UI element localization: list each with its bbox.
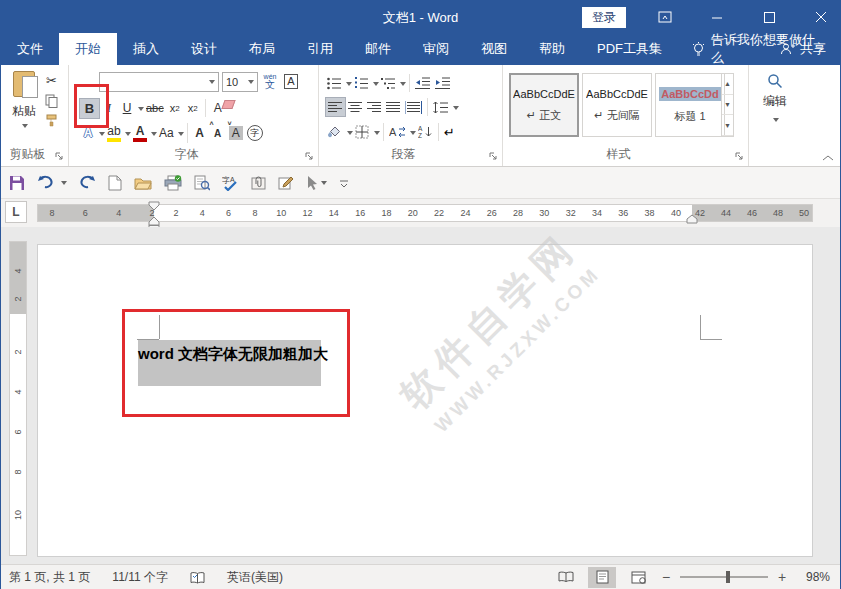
show-marks-button[interactable]: ↵ (442, 122, 457, 142)
find-button[interactable] (767, 73, 783, 89)
print-preview-button[interactable] (194, 175, 210, 191)
character-border-button[interactable]: A (282, 71, 300, 92)
save-button[interactable] (9, 175, 25, 191)
zoom-slider[interactable] (680, 576, 768, 578)
decrease-indent-button[interactable] (413, 73, 433, 93)
cut-button[interactable]: ✂ (45, 73, 58, 88)
dropdown-arrow-icon[interactable] (178, 132, 184, 139)
increase-indent-button[interactable] (433, 73, 453, 93)
ribbon-tab[interactable]: 审阅 (407, 33, 465, 65)
page-indicator[interactable]: 第 1 页, 共 1 页 (9, 569, 90, 586)
open-button[interactable] (134, 176, 152, 190)
customize-qat-button[interactable] (339, 178, 349, 188)
ribbon-tab[interactable]: 文件 (1, 33, 59, 65)
print-layout-button[interactable] (588, 567, 616, 588)
dropdown-arrow-icon[interactable] (400, 82, 406, 89)
read-mode-button[interactable] (552, 567, 580, 588)
align-left-button[interactable] (325, 97, 346, 117)
sort-button[interactable]: AZ (416, 122, 435, 142)
change-case-button[interactable]: Aa (157, 123, 176, 144)
line-spacing-button[interactable] (431, 97, 451, 117)
ribbon-display-options-button[interactable] (652, 7, 678, 27)
ribbon-tab[interactable]: 引用 (291, 33, 349, 65)
numbering-button[interactable] (352, 73, 371, 93)
tab-selector[interactable]: L (5, 201, 27, 223)
style-card[interactable]: AaBbCcDdE ↵ 正文 (509, 73, 579, 137)
paste-button[interactable]: 粘贴 (7, 71, 41, 143)
close-button[interactable] (808, 7, 834, 27)
superscript-button[interactable]: x2 (184, 98, 202, 119)
vertical-ruler[interactable]: 4 2 2 4 6 8 10 (9, 241, 27, 556)
copy-button[interactable] (45, 94, 58, 108)
minimize-button[interactable] (704, 7, 730, 27)
zoom-in-button[interactable]: + (776, 569, 788, 585)
cjk-layout-button[interactable]: A (387, 122, 408, 142)
underline-button[interactable]: U (118, 98, 136, 119)
strikethrough-button[interactable]: abc (144, 98, 166, 119)
zoom-slider-thumb[interactable] (726, 571, 730, 583)
ribbon-tab[interactable]: 插入 (117, 33, 175, 65)
share-button[interactable]: 共享 (780, 33, 826, 65)
styles-dialog-launcher[interactable] (735, 152, 745, 162)
multilevel-list-button[interactable] (379, 73, 398, 93)
shading-button[interactable] (325, 122, 345, 142)
font-dialog-launcher[interactable] (305, 152, 315, 162)
editing-menu-button[interactable]: 编辑 (763, 93, 787, 110)
dropdown-arrow-icon[interactable] (374, 131, 380, 138)
web-layout-button[interactable] (624, 567, 652, 588)
attachment-button[interactable] (251, 175, 266, 191)
grow-font-button[interactable]: A˄ (191, 123, 209, 144)
enclose-characters-button[interactable]: 字 (245, 123, 265, 144)
format-painter-button[interactable] (45, 114, 58, 127)
style-more-button[interactable]: ▼ (722, 115, 733, 136)
subscript-button[interactable]: x2 (166, 98, 184, 119)
align-center-button[interactable] (346, 97, 365, 117)
clipboard-dialog-launcher[interactable] (55, 152, 65, 162)
collapse-ribbon-button[interactable] (822, 154, 834, 162)
login-button[interactable]: 登录 (582, 7, 626, 28)
ribbon-tab[interactable]: 开始 (59, 33, 117, 65)
dropdown-arrow-icon[interactable] (773, 118, 779, 125)
ribbon-tab[interactable]: 设计 (175, 33, 233, 65)
clear-formatting-button[interactable]: A (209, 98, 227, 119)
paragraph-dialog-launcher[interactable] (489, 152, 499, 162)
ribbon-tab[interactable]: 布局 (233, 33, 291, 65)
align-right-button[interactable] (365, 97, 384, 117)
font-size-combo[interactable]: 10 (222, 72, 258, 92)
document-page[interactable]: 软件自学网 WWW.RJZXW.COM word 文档字体无限加粗加大 (37, 244, 813, 557)
spelling-grammar-button[interactable]: 字A (222, 175, 239, 191)
shrink-font-button[interactable]: A˅ (209, 123, 227, 144)
redo-button[interactable] (79, 175, 96, 190)
ribbon-tab[interactable]: 邮件 (349, 33, 407, 65)
first-line-indent-marker[interactable] (148, 201, 160, 211)
touch-mouse-mode-button[interactable] (306, 175, 327, 190)
language-indicator[interactable]: 英语(美国) (227, 569, 283, 586)
word-count[interactable]: 11/11 个字 (112, 569, 168, 586)
font-color-button[interactable]: A (131, 123, 149, 144)
ribbon-tab[interactable]: PDF工具集 (581, 33, 678, 65)
style-scroll-down-button[interactable]: ▼ (722, 95, 733, 116)
horizontal-ruler[interactable]: 8642 24681012141618202224262830323436384… (37, 204, 813, 222)
bullets-button[interactable] (325, 73, 344, 93)
ribbon-tab[interactable]: 帮助 (523, 33, 581, 65)
dropdown-arrow-icon[interactable] (321, 181, 327, 188)
right-indent-marker[interactable] (686, 214, 698, 224)
ribbon-tab[interactable]: 视图 (465, 33, 523, 65)
new-document-button[interactable] (108, 175, 122, 191)
quick-print-button[interactable] (164, 175, 182, 191)
distributed-button[interactable] (403, 97, 424, 117)
maximize-button[interactable] (756, 7, 782, 27)
zoom-level[interactable]: 98% (796, 570, 830, 584)
undo-button[interactable] (37, 175, 67, 190)
justify-button[interactable] (384, 97, 403, 117)
edit-document-button[interactable] (278, 175, 294, 191)
style-card[interactable]: AaBbCcDd 标题 1 (655, 73, 725, 137)
style-scroll-up-button[interactable]: ▲ (722, 74, 733, 95)
dropdown-arrow-icon[interactable] (61, 181, 67, 188)
zoom-out-button[interactable]: − (660, 569, 672, 585)
proofing-icon[interactable] (190, 571, 205, 584)
dropdown-arrow-icon[interactable] (453, 106, 459, 113)
phonetic-guide-button[interactable]: wén文 (261, 71, 279, 92)
borders-button[interactable] (353, 122, 372, 142)
style-card[interactable]: AaBbCcDdE ↵ 无间隔 (582, 73, 652, 137)
